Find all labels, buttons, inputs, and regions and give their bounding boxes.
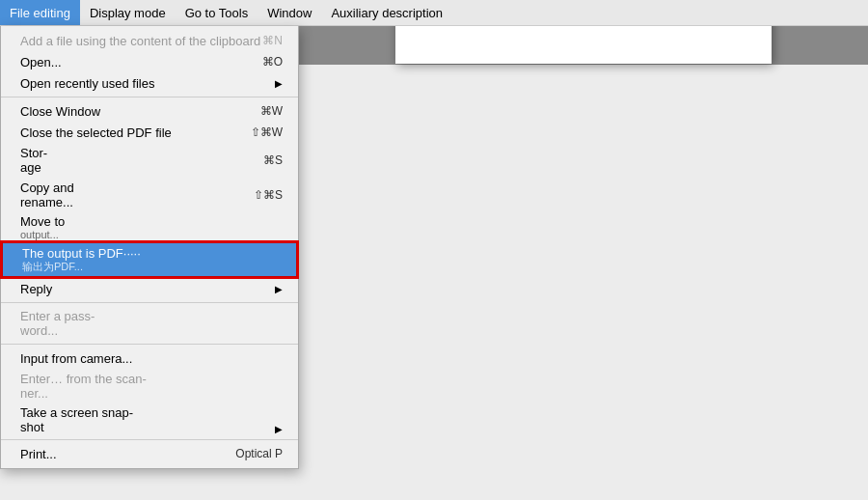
menu-item-close-window[interactable]: Close Window ⌘W [1, 100, 298, 122]
menubar-display-mode[interactable]: Display mode [80, 0, 176, 25]
menu-item-screenshot[interactable]: Take a screen snap-shot ▶ [1, 403, 298, 436]
separator-2 [1, 302, 298, 303]
menu-item-reply[interactable]: Reply ▶ [1, 278, 298, 299]
menu-item-add-clipboard[interactable]: Add a file using the content of the clip… [1, 30, 298, 51]
menu-item-camera[interactable]: Input from camera... [1, 347, 298, 369]
menu-item-password[interactable]: Enter a pass-word... [1, 306, 298, 341]
menu-item-open[interactable]: Open... ⌘O [1, 51, 298, 72]
menu-item-close-pdf[interactable]: Close the selected PDF file ⇧⌘W [1, 122, 298, 143]
menu-item-print[interactable]: Print... Optical P [1, 443, 298, 464]
menu-item-output-pdf[interactable]: The output is PDF····· 输出为PDF... [1, 241, 298, 278]
menubar-window[interactable]: Window [258, 0, 321, 25]
file-editing-dropdown: Add a file using the content of the clip… [0, 26, 299, 469]
menubar-file-editing[interactable]: File editing [0, 0, 80, 25]
separator-1 [1, 97, 298, 97]
menubar-go-to-tools[interactable]: Go to Tools [176, 0, 258, 25]
separator-3 [1, 344, 298, 345]
menu-item-scanner[interactable]: Enter… from the scan-ner... [1, 369, 298, 403]
menubar-auxiliary-description[interactable]: Auxiliary description [321, 0, 452, 25]
menu-item-open-recent[interactable]: Open recently used files ▶ [1, 72, 298, 94]
menubar: File editing Display mode Go to Tools Wi… [0, 0, 868, 26]
separator-4 [1, 439, 298, 440]
menu-item-move-to[interactable]: Move to output... [1, 212, 298, 241]
menu-item-copy-rename[interactable]: Copy andrename... ⇧⌘S [1, 178, 298, 212]
menu-item-storage[interactable]: Stor-age ⌘S [1, 143, 298, 178]
